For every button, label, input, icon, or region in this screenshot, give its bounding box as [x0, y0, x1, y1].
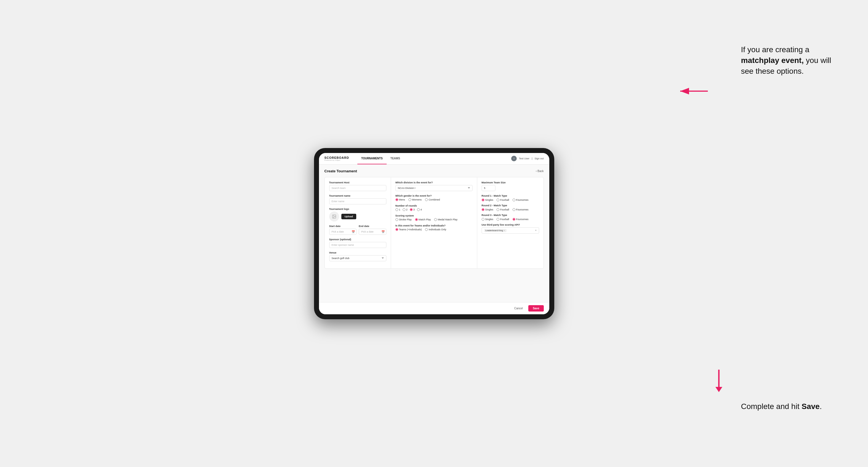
save-button[interactable]: Save — [528, 305, 544, 312]
nav-teams[interactable]: TEAMS — [386, 153, 404, 164]
end-date-label: End date — [359, 225, 386, 227]
api-group: Use third-party live scoring API? Leader… — [482, 223, 539, 234]
api-select-box[interactable]: Leaderboard King × ▾ — [482, 227, 539, 234]
rounds-radio-group: 1 2 3 — [396, 208, 472, 211]
round2-foursomes[interactable]: Foursomes — [513, 208, 529, 211]
page-title: Create Tournament — [324, 169, 357, 173]
name-input[interactable] — [329, 198, 386, 205]
round2-label: Round 2 - Match Type — [482, 204, 539, 207]
rounds-label: Number of rounds — [396, 205, 472, 207]
venue-label: Venue — [329, 251, 386, 254]
round3-radio-group: Singles Fourball Foursomes — [482, 218, 539, 221]
logo-group: Tournament logo Upload — [329, 208, 386, 221]
round2-fourball[interactable]: Fourball — [497, 208, 509, 211]
scoring-stroke[interactable]: Stroke Play — [396, 218, 412, 221]
round1-foursomes[interactable]: Foursomes — [513, 198, 529, 201]
division-select[interactable]: NCAA Division I — [396, 185, 472, 191]
calendar-icon: 📅 — [351, 230, 355, 233]
tablet-frame: SCOREBOARD Powered by clippit TOURNAMENT… — [314, 148, 554, 319]
gender-combined[interactable]: Combined — [425, 198, 440, 201]
annotation-bottom: Complete and hit Save. — [741, 401, 835, 412]
round1-label: Round 1 - Match Type — [482, 194, 539, 197]
max-team-label: Maximum Team Size — [482, 181, 539, 184]
round3-singles[interactable]: Singles — [482, 218, 494, 221]
dates-group: Start date 📅 End date — [329, 225, 386, 235]
user-separator: | — [532, 157, 532, 160]
teams-group: Is this event for Teams and/or Individua… — [396, 224, 472, 231]
round1-match-group: Round 1 - Match Type Singles Fourball — [482, 194, 539, 201]
form-col-3: Maximum Team Size Round 1 - Match Type S… — [477, 177, 544, 269]
brand-title: SCOREBOARD — [324, 156, 349, 159]
gender-mens[interactable]: Mens — [396, 198, 405, 201]
gender-label: Which gender is the event for? — [396, 194, 472, 197]
back-button[interactable]: ‹ Back — [536, 169, 544, 173]
gender-group: Which gender is the event for? Mens Wome… — [396, 194, 472, 201]
page-content: Create Tournament ‹ Back Tournament Host — [319, 165, 549, 314]
annotation-bottom-bold: Save — [801, 402, 819, 411]
round2-singles[interactable]: Singles — [482, 208, 494, 211]
round1-fourball[interactable]: Fourball — [497, 198, 509, 201]
form-col-2: Which division is the event for? NCAA Di… — [391, 177, 477, 269]
scoring-group: Scoring system Stroke Play Match Play — [396, 214, 472, 221]
api-tag-close[interactable]: × — [504, 229, 505, 232]
scoring-radio-group: Stroke Play Match Play Medal Match Play — [396, 218, 472, 221]
start-date-wrapper: 📅 — [329, 229, 357, 235]
max-team-group: Maximum Team Size — [482, 181, 539, 191]
round3-fourball[interactable]: Fourball — [497, 218, 509, 221]
chevron-down-icon: ▾ — [535, 229, 536, 232]
scoring-label: Scoring system — [396, 214, 472, 217]
user-name: Test User — [519, 157, 529, 160]
date-grid: Start date 📅 End date — [329, 225, 386, 235]
host-input[interactable] — [329, 185, 386, 191]
calendar-icon-2: 📅 — [381, 230, 385, 233]
annotation-right-text1: If you are creating a — [741, 45, 809, 54]
nav-links: TOURNAMENTS TEAMS — [358, 153, 404, 164]
brand-subtitle: Powered by clippit — [324, 159, 349, 161]
division-label: Which division is the event for? — [396, 181, 472, 184]
scoring-match[interactable]: Match Play — [415, 218, 431, 221]
host-group: Tournament Host — [329, 181, 386, 191]
tablet-screen: SCOREBOARD Powered by clippit TOURNAMENT… — [319, 153, 549, 314]
annotation-bottom-text1: Complete and hit — [741, 402, 801, 411]
arrow-right-icon — [677, 83, 711, 99]
logo-label: Tournament logo — [329, 208, 386, 211]
annotation-right-bold: matchplay event, — [741, 56, 804, 65]
rounds-2[interactable]: 2 — [403, 208, 408, 211]
annotation-right: If you are creating a matchplay event, y… — [741, 44, 835, 77]
round2-radio-group: Singles Fourball Foursomes — [482, 208, 539, 211]
teams-both[interactable]: Teams (+Individuals) — [396, 228, 422, 231]
logo-upload-area: Upload — [329, 212, 386, 221]
page-header: Create Tournament ‹ Back — [324, 169, 544, 173]
round1-singles[interactable]: Singles — [482, 198, 494, 201]
teams-individuals[interactable]: Individuals Only — [425, 228, 446, 231]
logo-placeholder — [329, 212, 339, 221]
round3-foursomes[interactable]: Foursomes — [513, 218, 529, 221]
navbar-right: T Test User | Sign out — [511, 156, 544, 161]
nav-tournaments[interactable]: TOURNAMENTS — [358, 153, 386, 164]
scoring-medal[interactable]: Medal Match Play — [434, 218, 458, 221]
gender-womens[interactable]: Womens — [408, 198, 422, 201]
cancel-button[interactable]: Cancel — [511, 305, 526, 312]
form-footer: Cancel Save — [319, 302, 549, 314]
sponsor-input[interactable] — [329, 242, 386, 248]
round1-radio-group: Singles Fourball Foursomes — [482, 198, 539, 201]
navbar: SCOREBOARD Powered by clippit TOURNAMENT… — [319, 153, 549, 165]
rounds-3[interactable]: 3 — [410, 208, 415, 211]
max-team-input[interactable] — [482, 185, 495, 191]
teams-radio-group: Teams (+Individuals) Individuals Only — [396, 228, 472, 231]
venue-select[interactable]: Search golf club — [329, 255, 386, 261]
gender-radio-group: Mens Womens Combined — [396, 198, 472, 201]
brand: SCOREBOARD Powered by clippit — [324, 156, 349, 161]
form-col-1: Tournament Host Tournament name Tourname… — [325, 177, 391, 269]
round3-match-group: Round 3 - Match Type Singles Fourball — [482, 214, 539, 221]
upload-button[interactable]: Upload — [341, 214, 356, 219]
teams-label: Is this event for Teams and/or Individua… — [396, 224, 472, 227]
sponsor-group: Sponsor (optional) — [329, 238, 386, 248]
end-date-group: End date 📅 — [359, 225, 386, 235]
round2-match-group: Round 2 - Match Type Singles Fourball — [482, 204, 539, 211]
division-group: Which division is the event for? NCAA Di… — [396, 181, 472, 191]
form-grid: Tournament Host Tournament name Tourname… — [324, 177, 544, 269]
rounds-1[interactable]: 1 — [396, 208, 400, 211]
rounds-4[interactable]: 4 — [417, 208, 422, 211]
sign-out-link[interactable]: Sign out — [534, 157, 544, 160]
